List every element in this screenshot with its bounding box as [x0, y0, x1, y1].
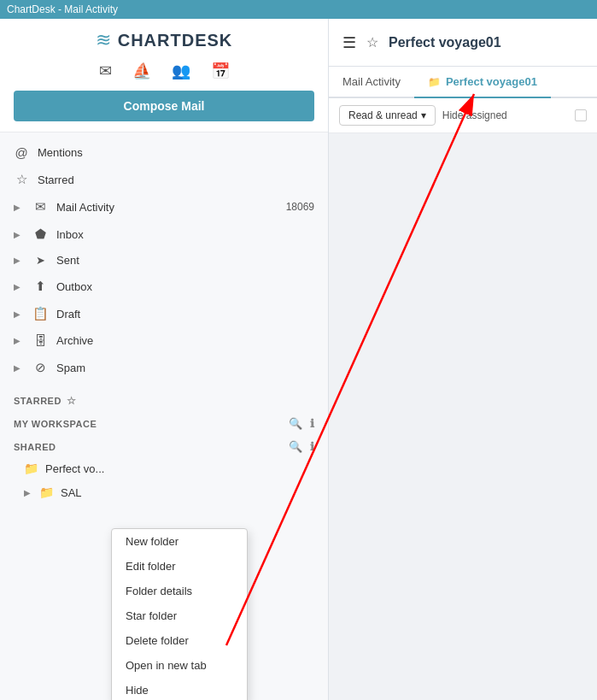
hide-assigned-checkbox[interactable] [575, 109, 587, 121]
nav-label-sent: Sent [56, 254, 314, 267]
titlebar: ChartDesk - Mail Activity [0, 0, 597, 19]
archive-icon: 🗄 [32, 333, 48, 348]
context-item-new-folder[interactable]: New folder [112, 529, 247, 554]
section-my-workspace: MY WORKSPACE 🔍 ℹ [0, 410, 328, 433]
inbox-icon: ⬟ [32, 226, 48, 242]
nav-item-inbox[interactable]: ▶ ⬟ Inbox [0, 221, 328, 248]
hamburger-icon[interactable]: ☰ [342, 33, 356, 52]
boat-nav-icon[interactable]: ⛵ [132, 62, 151, 80]
nav-item-draft[interactable]: ▶ 📋 Draft [0, 300, 328, 327]
titlebar-text: ChartDesk - Mail Activity [7, 3, 118, 15]
section-shared: SHARED 🔍 ℹ [0, 433, 328, 456]
expand-draft-icon: ▶ [14, 309, 20, 319]
nav-label-draft: Draft [56, 308, 314, 321]
nav-item-mentions[interactable]: @ Mentions [0, 139, 328, 166]
context-item-hide[interactable]: Hide [112, 678, 247, 700]
folder-label-sal: SAL [61, 486, 82, 499]
nav-label-mail-activity: Mail Activity [56, 201, 278, 214]
context-item-edit-folder[interactable]: Edit folder [112, 554, 247, 579]
expand-spam-icon: ▶ [14, 363, 20, 373]
context-menu: New folder Edit folder Folder details St… [111, 528, 248, 700]
spam-icon: ⊘ [32, 360, 48, 375]
tab-folder-icon: 📁 [428, 76, 441, 88]
expand-sent-icon: ▶ [14, 256, 20, 265]
logo-text: CHARTDESK [118, 31, 233, 50]
folder-icon-sal: 📁 [39, 485, 54, 499]
shared-info-icon[interactable]: ℹ [310, 440, 315, 453]
right-header: ☰ ☆ Perfect voyage01 [329, 19, 597, 67]
expand-archive-icon: ▶ [14, 336, 20, 345]
shared-search-icon[interactable]: 🔍 [289, 440, 303, 453]
filter-bar: Read & unread ▾ Hide assigned [329, 98, 597, 133]
expand-sal-icon: ▶ [24, 488, 31, 497]
mail-activity-badge: 18069 [286, 201, 314, 213]
nav-label-spam: Spam [56, 362, 314, 374]
draft-icon: 📋 [32, 306, 48, 321]
folder-label-perfect-voyage: Perfect vo... [45, 462, 104, 475]
mentions-icon: @ [14, 145, 29, 160]
section-starred: STARRED ☆ [0, 388, 328, 410]
my-workspace-actions: 🔍 ℹ [289, 417, 314, 430]
read-unread-filter-button[interactable]: Read & unread ▾ [339, 105, 436, 126]
calendar-nav-icon[interactable]: 📅 [211, 62, 230, 80]
nav-item-starred[interactable]: ☆ Starred [0, 166, 328, 193]
mail-activity-icon: ✉ [32, 199, 48, 215]
nav-item-archive[interactable]: ▶ 🗄 Archive [0, 327, 328, 354]
nav-label-inbox: Inbox [56, 228, 314, 241]
tabs-bar: Mail Activity 📁 Perfect voyage01 [329, 67, 597, 98]
read-unread-label: Read & unread [348, 109, 418, 121]
nav-label-archive: Archive [56, 334, 314, 347]
section-starred-label: STARRED [14, 396, 61, 406]
logo-waves-icon: ≋ [96, 29, 111, 51]
sidebar-header: ≋ CHARTDESK ✉ ⛵ 👥 📅 Compose Mail [0, 19, 328, 132]
nav-item-outbox[interactable]: ▶ ⬆ Outbox [0, 273, 328, 300]
nav-item-spam[interactable]: ▶ ⊘ Spam [0, 354, 328, 381]
app: ≋ CHARTDESK ✉ ⛵ 👥 📅 Compose Mail @ Menti… [0, 19, 597, 700]
compose-mail-button[interactable]: Compose Mail [14, 91, 314, 121]
outbox-icon: ⬆ [32, 279, 48, 294]
nav-label-outbox: Outbox [56, 280, 314, 293]
tab-mail-activity[interactable]: Mail Activity [329, 67, 414, 98]
section-starred-star-icon: ☆ [67, 395, 77, 407]
sidebar-nav: @ Mentions ☆ Starred ▶ ✉ Mail Activity 1… [0, 132, 328, 388]
folder-item-sal[interactable]: ▶ 📁 SAL [0, 480, 328, 504]
context-item-open-new-tab[interactable]: Open in new tab [112, 653, 247, 678]
starred-icon: ☆ [14, 172, 29, 187]
nav-icon-bar: ✉ ⛵ 👥 📅 [99, 62, 230, 80]
nav-item-sent[interactable]: ▶ ➤ Sent [0, 248, 328, 273]
tab-perfect-voyage-label: Perfect voyage01 [446, 75, 537, 88]
folder-icon-perfect-voyage: 📁 [24, 462, 38, 475]
right-panel: ☰ ☆ Perfect voyage01 Mail Activity 📁 Per… [329, 19, 597, 700]
my-workspace-info-icon[interactable]: ℹ [310, 417, 315, 430]
expand-mail-activity-icon: ▶ [14, 203, 20, 212]
hide-assigned-label: Hide assigned [442, 109, 568, 121]
panel-title: Perfect voyage01 [389, 35, 583, 50]
context-item-delete-folder[interactable]: Delete folder [112, 628, 247, 653]
context-item-folder-details[interactable]: Folder details [112, 579, 247, 603]
expand-inbox-icon: ▶ [14, 230, 20, 239]
tab-mail-activity-label: Mail Activity [342, 75, 401, 88]
filter-chevron-icon: ▾ [421, 109, 426, 121]
context-item-star-folder[interactable]: Star folder [112, 603, 247, 628]
expand-outbox-icon: ▶ [14, 282, 20, 291]
tab-perfect-voyage[interactable]: 📁 Perfect voyage01 [414, 67, 551, 98]
section-my-workspace-label: MY WORKSPACE [14, 419, 97, 429]
sent-icon: ➤ [32, 254, 48, 267]
mail-nav-icon[interactable]: ✉ [99, 62, 112, 80]
shared-actions: 🔍 ℹ [289, 440, 314, 453]
team-nav-icon[interactable]: 👥 [172, 62, 190, 80]
folder-item-perfect-voyage[interactable]: 📁 Perfect vo... [0, 456, 328, 480]
nav-item-mail-activity[interactable]: ▶ ✉ Mail Activity 18069 [0, 193, 328, 221]
nav-label-mentions: Mentions [38, 146, 314, 159]
nav-label-starred: Starred [38, 174, 314, 186]
logo-area: ≋ CHARTDESK [96, 29, 233, 51]
star-icon[interactable]: ☆ [366, 34, 378, 50]
section-shared-label: SHARED [14, 442, 56, 452]
my-workspace-search-icon[interactable]: 🔍 [289, 417, 303, 430]
